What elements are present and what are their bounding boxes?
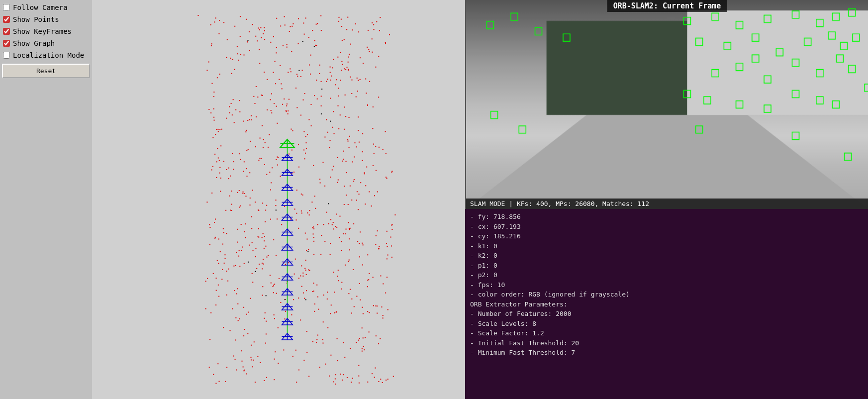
terminal-line: - k2: 0 [470,251,863,261]
show-points-row: Show Points [2,14,90,25]
terminal-line: - fy: 718.856 [470,212,863,222]
show-keyframes-label: Show KeyFrames [13,27,72,35]
localization-mode-checkbox[interactable] [3,52,10,59]
terminal-line: - cx: 607.193 [470,222,863,232]
map-canvas [92,0,465,399]
terminal-line: - Number of Features: 2000 [470,309,863,319]
terminal-panel: - fy: 718.856- cx: 607.193- cy: 185.216-… [465,209,868,399]
terminal-line: - cy: 185.216 [470,231,863,241]
terminal-line: - fps: 10 [470,280,863,290]
terminal-line: - p1: 0 [470,261,863,271]
show-points-checkbox[interactable] [3,16,10,23]
localization-mode-row: Localization Mode [2,50,90,61]
terminal-line: - p2: 0 [470,270,863,280]
terminal-line: - Scale Factor: 1.2 [470,328,863,338]
current-frame-panel: ORB-SLAM2: Current Frame SLAM MODE | KFs… [465,0,868,209]
frame-image [466,0,868,209]
show-graph-row: Show Graph [2,38,90,49]
frame-canvas [466,0,868,209]
localization-mode-label: Localization Mode [13,51,84,59]
current-frame-title: ORB-SLAM2: Current Frame [607,0,727,12]
show-keyframes-checkbox[interactable] [3,28,10,35]
slam-status-bar: SLAM MODE | KFs: 400, MPs: 26080, Matche… [466,199,868,209]
show-graph-label: Show Graph [13,39,55,47]
follow-camera-row: Follow Camera [2,2,90,13]
terminal-line: ORB Extractor Parameters: [470,299,863,309]
terminal-line: - k1: 0 [470,241,863,251]
show-graph-checkbox[interactable] [3,40,10,47]
terminal-line: - color order: RGB (ignored if grayscale… [470,290,863,299]
terminal-line: - Minimum Fast Threshold: 7 [470,348,863,358]
follow-camera-label: Follow Camera [13,3,68,11]
main-layout: Follow Camera Show Points Show KeyFrames… [0,0,868,399]
terminal-line: - Scale Levels: 8 [470,319,863,329]
show-points-label: Show Points [13,15,59,23]
right-panel: ORB-SLAM2: Current Frame SLAM MODE | KFs… [465,0,868,399]
sidebar: Follow Camera Show Points Show KeyFrames… [0,0,92,399]
follow-camera-checkbox[interactable] [3,4,10,11]
reset-button[interactable]: Reset [2,64,90,78]
show-keyframes-row: Show KeyFrames [2,26,90,37]
terminal-line: - Initial Fast Threshold: 20 [470,338,863,348]
map-viewer [92,0,465,399]
